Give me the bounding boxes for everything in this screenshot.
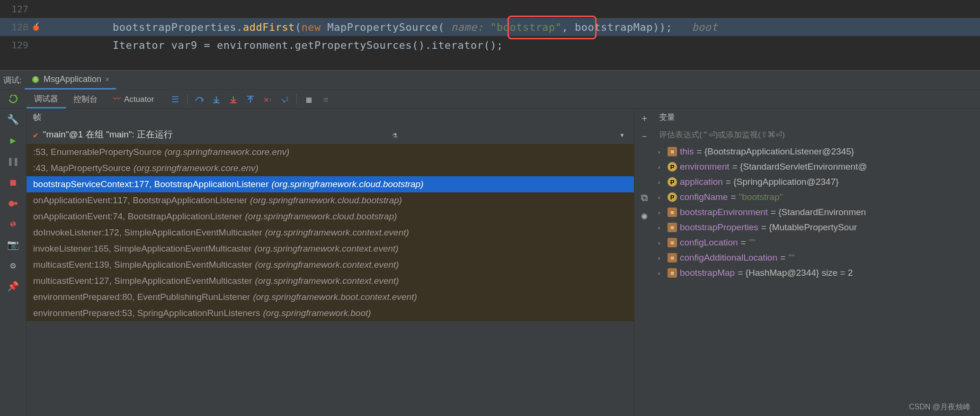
watch-icon[interactable]: ◉ (638, 209, 650, 222)
stack-frame[interactable]: :53, EnumerablePropertySource(org.spring… (27, 144, 634, 160)
stack-frame[interactable]: doInvokeListener:172, SimpleApplicationE… (27, 225, 634, 241)
stack-frame[interactable]: :43, MapPropertySource(org.springframewo… (27, 160, 634, 176)
line-number: 128 (11, 21, 28, 33)
tab-actuator[interactable]: 〰 Actuator (105, 94, 161, 104)
threads-icon[interactable]: ☰ (170, 94, 180, 105)
drop-frame-icon[interactable]: ✕↓ (262, 94, 273, 105)
copy-icon[interactable]: ⧉ (638, 191, 650, 204)
line-number: 129 (11, 39, 28, 51)
run-config-name: MsgApplication (44, 74, 101, 84)
svg-rect-3 (247, 96, 254, 97)
variable-row[interactable]: ›≡configLocation = "" (654, 235, 980, 250)
pin-icon[interactable]: 📌 (6, 279, 21, 294)
step-into-icon[interactable] (211, 94, 222, 105)
stack-frame[interactable]: onApplicationEvent:74, BootstrapApplicat… (27, 208, 634, 225)
pause-icon[interactable]: ❚❚ (6, 154, 21, 169)
variable-row[interactable]: ›≡configAdditionalLocation = "" (654, 250, 980, 265)
variable-row[interactable]: ›≡bootstrapProperties = {MutableProperty… (654, 220, 980, 235)
stack-frame[interactable]: multicastEvent:127, SimpleApplicationEve… (27, 273, 634, 289)
watermark: CSDN @月夜烛峰 (909, 402, 971, 412)
stack-frame[interactable]: environmentPrepared:80, EventPublishingR… (27, 289, 634, 305)
actuator-icon: 〰 (113, 94, 121, 104)
evaluate-input[interactable]: 评估表达式(⌃⏎)或添加监视(⇧⌘⏎) (654, 125, 980, 144)
add-watch-icon[interactable]: ＋ (638, 112, 650, 124)
close-icon[interactable]: × (105, 75, 109, 84)
svg-rect-1 (213, 102, 220, 103)
dropdown-icon[interactable]: ▾ (617, 129, 627, 140)
variable-row[interactable]: ›Penvironment = {StandardServletEnvironm… (654, 159, 980, 174)
mute-bp-icon[interactable]: ∅ (6, 216, 21, 231)
thread-selector[interactable]: ✔ "main"@1 在组 "main": 正在运行 ⚗ ▾ (27, 125, 634, 144)
line-number: 127 (11, 3, 28, 15)
resume-icon[interactable]: ▶ (6, 133, 21, 148)
vars-header: 变量 (654, 109, 980, 125)
frames-header: 帧 (27, 109, 634, 125)
variable-row[interactable]: ›≡bootstrapEnvironment = {StandardEnviro… (654, 205, 980, 220)
stack-frame[interactable]: multicastEvent:139, SimpleApplicationEve… (27, 257, 634, 273)
tab-debugger[interactable]: 调试器 (27, 90, 66, 109)
frames-panel: 帧 ✔ "main"@1 在组 "main": 正在运行 ⚗ ▾ :53, En… (27, 109, 634, 416)
debug-title-bar: 调试: MsgApplication × (0, 70, 980, 90)
spring-icon (31, 75, 40, 84)
code-editor[interactable]: 127 128 ● bootstrapProperties.addFirst(n… (0, 0, 980, 70)
debug-side-strip: 🔧 ▶ ❚❚ ■ ● ● ∅ 📷 ⚙ 📌 (0, 109, 27, 416)
stack-list[interactable]: :53, EnumerablePropertySource(org.spring… (27, 144, 634, 321)
wrench-icon[interactable]: 🔧 (6, 112, 21, 127)
svg-rect-2 (230, 102, 237, 103)
variable-row[interactable]: ›≡bootstrapMap = {HashMap@2344} size = 2 (654, 265, 980, 280)
code-line[interactable]: 127 (0, 0, 980, 18)
stack-frame[interactable]: onApplicationEvent:117, BootstrapApplica… (27, 192, 634, 208)
evaluate-icon[interactable]: ▦ (303, 94, 314, 105)
rerun-icon[interactable] (8, 94, 18, 105)
code-line[interactable]: 128 ● bootstrapProperties.addFirst(new M… (0, 18, 980, 36)
thread-name: "main"@1 在组 "main": 正在运行 (43, 128, 173, 141)
camera-icon[interactable]: 📷 (6, 237, 21, 252)
stack-frame[interactable]: environmentPrepared:53, SpringApplicatio… (27, 305, 634, 321)
trace-icon[interactable]: ≡ (321, 94, 331, 105)
step-out-icon[interactable] (245, 94, 256, 105)
breakpoint-icon[interactable]: ● (33, 21, 39, 33)
variable-row[interactable]: ›Papplication = {SpringApplication@2347} (654, 174, 980, 190)
filter-icon[interactable]: ⚗ (390, 129, 400, 140)
force-step-into-icon[interactable] (228, 94, 239, 105)
stack-frame[interactable]: invokeListener:165, SimpleApplicationEve… (27, 241, 634, 257)
check-icon: ✔ (33, 130, 38, 140)
variable-row[interactable]: ›PconfigName = "bootstrap" (654, 190, 980, 205)
highlight-box (508, 16, 597, 39)
variable-row[interactable]: ›≡this = {BootstrapApplicationListener@2… (654, 144, 980, 159)
remove-watch-icon[interactable]: － (638, 130, 650, 142)
breakpoints-icon[interactable]: ● ● (6, 195, 21, 210)
variables-panel: ＋ － ⧉ ◉ 变量 评估表达式(⌃⏎)或添加监视(⇧⌘⏎) ›≡this = … (634, 109, 980, 416)
code-text: Iterator var9 = environment.getPropertyS… (51, 39, 980, 51)
debug-toolbar: 调试器 控制台 〰 Actuator ☰ ✕↓ ↘I ▦ ≡ (0, 90, 980, 109)
settings-icon[interactable]: ⚙ (6, 258, 21, 273)
step-over-icon[interactable] (194, 94, 205, 105)
variables-list[interactable]: ›≡this = {BootstrapApplicationListener@2… (654, 144, 980, 280)
debug-label: 调试: (0, 75, 25, 86)
stack-frame[interactable]: bootstrapServiceContext:177, BootstrapAp… (27, 176, 634, 192)
code-line[interactable]: 129 Iterator var9 = environment.getPrope… (0, 36, 980, 54)
run-config-tab[interactable]: MsgApplication × (25, 71, 116, 90)
tab-console[interactable]: 控制台 (66, 90, 105, 109)
run-to-cursor-icon[interactable]: ↘I (279, 94, 290, 105)
stop-icon[interactable]: ■ (6, 174, 21, 190)
